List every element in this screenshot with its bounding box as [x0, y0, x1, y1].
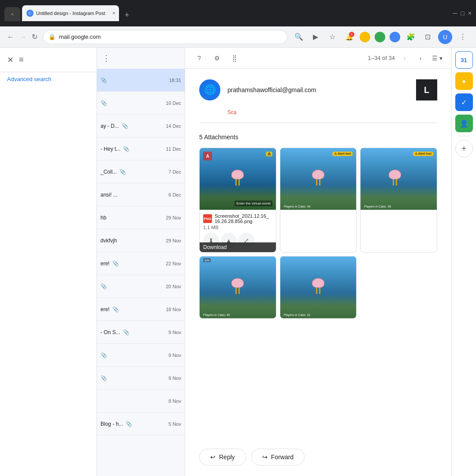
forward-label: Forward	[271, 454, 294, 461]
right-sidebar: 31 ● ✓ 👤 +	[451, 48, 476, 476]
tab-inactive[interactable]: ×	[4, 7, 20, 21]
search-filter-button[interactable]: ≡	[19, 55, 24, 64]
email-item[interactable]: _Coll... 📎 7 Dec	[97, 160, 185, 183]
email-item[interactable]: 📎 9 Nov	[97, 344, 185, 367]
email-logo: L	[416, 79, 437, 100]
attach-icon: 📎	[122, 123, 128, 129]
attachment-card-4[interactable]: ipta Players in Cabs: 45	[199, 256, 276, 319]
email-item[interactable]: dvkfvjh 29 Nov	[97, 229, 185, 252]
email-sender: hb	[100, 215, 106, 221]
address-bar[interactable]: 🔒 mail.google.com	[43, 30, 287, 44]
keep-icon: ●	[462, 78, 465, 85]
extension-icon-3[interactable]	[390, 32, 400, 42]
user-avatar[interactable]: U	[438, 30, 452, 44]
help-button[interactable]: ?	[192, 51, 206, 65]
close-button[interactable]: ×	[468, 10, 472, 17]
attachment-size-1: 1.1 MB	[203, 225, 272, 230]
email-item[interactable]: 📎 20 Nov	[97, 275, 185, 298]
advanced-search-link[interactable]: Advanced search	[0, 72, 97, 86]
email-time: 18 Nov	[166, 307, 181, 312]
attach-icon: 📎	[123, 146, 130, 152]
sidebar-keep-app[interactable]: ●	[455, 72, 473, 90]
maximize-button[interactable]: □	[461, 10, 464, 17]
email-time: 8 Nov	[168, 398, 181, 404]
attachment-card-3[interactable]: ⚠ Alert text Players in Cabs: 38	[360, 148, 437, 253]
reply-button[interactable]: ↩ Reply	[199, 449, 246, 465]
list-view-button[interactable]: ☰ ▾	[430, 51, 444, 65]
email-sender-header: 🌐 prathamshawofficial@gmail.com L	[199, 79, 437, 100]
forward-button[interactable]: ↪ Forward	[251, 449, 305, 465]
email-body: 🌐 prathamshawofficial@gmail.com L Sca 5 …	[185, 69, 451, 438]
tab-active[interactable]: C Untitled design - Instagram Post ×	[22, 5, 119, 21]
attach-icon: 📎	[112, 260, 119, 267]
extension-menu[interactable]: ⊡	[421, 31, 434, 43]
minimize-button[interactable]: ─	[453, 10, 457, 17]
attach-icon: 📎	[119, 169, 126, 175]
email-item[interactable]: ere! 📎 18 Nov	[97, 298, 185, 321]
search-toolbar-icon[interactable]: 🔍	[293, 31, 305, 43]
attachment-card-1[interactable]: A Enter the virtual world ⚠	[199, 148, 276, 253]
attachments-section: 5 Attachments A	[199, 134, 437, 319]
attachment-card-5[interactable]: Players in Cabs: 41	[280, 256, 357, 319]
email-list: ⋮ 📎 18:31 📎 16 Dec ay - D... 📎 14 Dec - …	[97, 48, 185, 476]
notification-icon[interactable]: 🔔 1	[343, 31, 355, 43]
sidebar-contacts-app[interactable]: 👤	[455, 115, 473, 132]
email-sender: _Coll...	[100, 169, 117, 175]
email-time: 6 Dec	[168, 192, 181, 197]
next-email-button[interactable]: ›	[414, 52, 427, 64]
email-sender: ay - D...	[100, 123, 119, 129]
extension-icon-1[interactable]	[360, 32, 370, 42]
play-icon[interactable]: ▶	[309, 31, 322, 43]
gmail-layout: ✕ ≡ Advanced search ⋮ 📎 18:31 📎 16 Dec a…	[0, 48, 476, 476]
more-button[interactable]: ⋮	[457, 31, 469, 43]
apps-grid-button[interactable]: ⣿	[227, 51, 242, 65]
lock-icon: 🔒	[48, 33, 56, 40]
reply-section: ↩ Reply ↪ Forward	[185, 438, 451, 476]
forward-button[interactable]: →	[19, 33, 26, 41]
attachment-card-2[interactable]: ⚠ Alert text Players in Cabs: 40	[280, 148, 357, 253]
email-time: 5 Nov	[168, 421, 181, 427]
attachment-thumbnail-4: ipta Players in Cabs: 45	[200, 257, 276, 318]
email-divider	[199, 123, 437, 123]
extension-icon-2[interactable]	[375, 32, 385, 42]
email-item[interactable]: ansi! ... 6 Dec	[97, 183, 185, 206]
settings-button[interactable]: ⚙	[210, 51, 224, 65]
search-panel-header: ✕ ≡	[0, 48, 97, 72]
email-item[interactable]: hb 29 Nov	[97, 206, 185, 229]
attach-icon: 📎	[123, 329, 130, 335]
tab-favicon: C	[26, 10, 33, 17]
email-time: 29 Nov	[166, 215, 181, 220]
more-options-icon[interactable]: ⋮	[102, 53, 110, 63]
email-item[interactable]: - Hey t... 📎 11 Dec	[97, 138, 185, 160]
sidebar-tasks-app[interactable]: ✓	[455, 93, 473, 111]
email-item[interactable]: 📎 16 Dec	[97, 92, 185, 115]
email-item[interactable]: Blog - h... 📎 5 Nov	[97, 413, 185, 435]
email-item[interactable]: 8 Nov	[97, 390, 185, 413]
star-icon[interactable]: ☆	[326, 31, 338, 43]
search-close-button[interactable]: ✕	[7, 55, 14, 65]
sender-info: prathamshawofficial@gmail.com	[227, 86, 409, 93]
email-time: 22 Nov	[166, 261, 181, 266]
email-item[interactable]: 📎 18:31	[97, 69, 185, 92]
email-item[interactable]: 📎 9 Nov	[97, 367, 185, 390]
sidebar-add-button[interactable]: +	[455, 140, 473, 157]
email-sender: Blog - h...	[100, 421, 123, 427]
reload-button[interactable]: ↻	[32, 33, 37, 41]
email-sender: - Hey t...	[100, 146, 120, 152]
email-item[interactable]: - On S... 📎 9 Nov	[97, 321, 185, 344]
prev-email-button[interactable]: ‹	[398, 52, 411, 64]
attach-icon: 📎	[126, 421, 132, 427]
email-item[interactable]: ere! 📎 22 Nov	[97, 252, 185, 275]
email-content-area: ? ⚙ ⣿ 1–34 of 34 ‹ › ☰ ▾ 🌐 prathamshawof…	[185, 48, 451, 476]
reply-label: Reply	[219, 454, 235, 461]
attachment-thumbnail-5: Players in Cabs: 41	[280, 257, 357, 318]
url-text: mail.google.com	[59, 33, 101, 40]
extensions-button[interactable]: 🧩	[405, 31, 417, 43]
back-button[interactable]: ←	[7, 33, 14, 41]
new-tab-button[interactable]: +	[121, 9, 133, 21]
tab-close-button[interactable]: ×	[112, 10, 115, 16]
attachment-thumbnail-3: ⚠ Alert text Players in Cabs: 38	[361, 148, 437, 210]
sidebar-calendar-app[interactable]: 31	[455, 51, 473, 69]
browser-controls: ─ □ ×	[453, 10, 472, 17]
email-item[interactable]: ay - D... 📎 14 Dec	[97, 115, 185, 138]
